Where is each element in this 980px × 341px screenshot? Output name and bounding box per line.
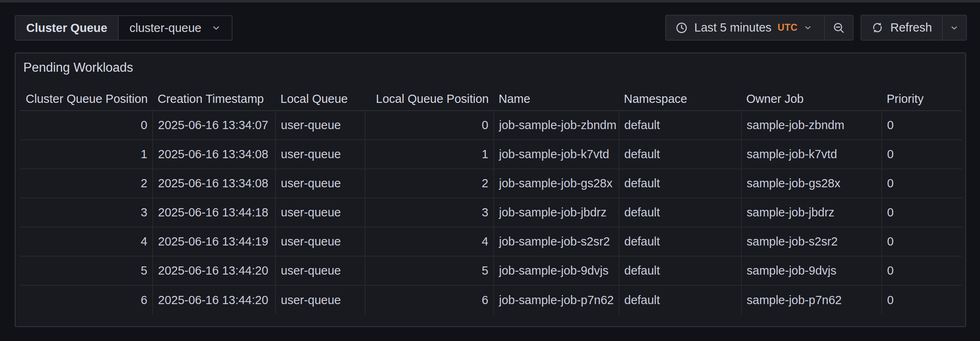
- column-header[interactable]: Creation Timestamp: [153, 88, 275, 111]
- refresh-controls-group: Refresh: [860, 15, 967, 41]
- table-cell: default: [619, 256, 741, 285]
- refresh-interval-dropdown[interactable]: [942, 16, 966, 40]
- table-cell: 2: [365, 169, 494, 198]
- table-row: 22025-06-16 13:34:08user-queue2job-sampl…: [20, 169, 962, 198]
- pending-workloads-panel: Pending Workloads Cluster Queue Position…: [15, 52, 966, 327]
- variable-label: Cluster Queue: [16, 16, 119, 40]
- time-controls-group: Last 5 minutes UTC: [665, 15, 854, 41]
- timezone-badge: UTC: [778, 22, 798, 33]
- table-cell: default: [619, 169, 741, 198]
- chevron-down-icon: [804, 23, 812, 32]
- table-cell: default: [619, 227, 741, 256]
- table-cell: 4: [20, 227, 153, 256]
- table-cell: job-sample-job-gs28x: [494, 169, 619, 198]
- time-range-label: Last 5 minutes: [694, 21, 772, 34]
- grafana-dashboard: { "toolbar": { "variable_label": "Cluste…: [0, 0, 980, 341]
- table-cell: sample-job-jbdrz: [741, 198, 882, 227]
- table-cell: 0: [882, 111, 962, 140]
- table-row: 62025-06-16 13:44:20user-queue6job-sampl…: [20, 285, 962, 314]
- table-cell: job-sample-job-jbdrz: [494, 198, 619, 227]
- table-row: 42025-06-16 13:44:19user-queue4job-sampl…: [20, 227, 962, 256]
- table-cell: default: [619, 140, 741, 169]
- table-cell: 2025-06-16 13:44:19: [153, 227, 275, 256]
- time-range-picker[interactable]: Last 5 minutes UTC: [666, 16, 824, 40]
- refresh-label: Refresh: [890, 21, 932, 34]
- column-header[interactable]: Owner Job: [741, 88, 882, 111]
- chevron-down-icon: [211, 23, 221, 33]
- table-row: 32025-06-16 13:44:18user-queue3job-sampl…: [20, 198, 962, 227]
- refresh-button[interactable]: Refresh: [861, 16, 942, 40]
- table-cell: 2: [20, 169, 153, 198]
- zoom-out-icon: [832, 21, 845, 34]
- table-cell: 5: [20, 256, 153, 285]
- table-cell: 0: [882, 285, 962, 314]
- pending-workloads-table: Cluster Queue PositionCreation Timestamp…: [20, 88, 962, 314]
- table-cell: default: [619, 198, 741, 227]
- panel-title[interactable]: Pending Workloads: [23, 60, 133, 75]
- table-cell: user-queue: [275, 256, 365, 285]
- table-cell: 0: [882, 169, 962, 198]
- table-row: 52025-06-16 13:44:20user-queue5job-sampl…: [20, 256, 962, 285]
- table-cell: 3: [365, 198, 494, 227]
- table-cell: job-sample-job-s2sr2: [494, 227, 619, 256]
- table-cell: sample-job-zbndm: [741, 111, 882, 140]
- table-cell: 6: [365, 285, 494, 314]
- table-cell: 4: [365, 227, 494, 256]
- table-cell: 0: [882, 198, 962, 227]
- column-header[interactable]: Priority: [882, 88, 962, 111]
- column-header[interactable]: Cluster Queue Position: [20, 88, 153, 111]
- table-row: 12025-06-16 13:34:08user-queue1job-sampl…: [20, 140, 962, 169]
- table-cell: sample-job-gs28x: [741, 169, 882, 198]
- table-row: 02025-06-16 13:34:07user-queue0job-sampl…: [20, 111, 962, 140]
- table-cell: sample-job-k7vtd: [741, 140, 882, 169]
- table-cell: user-queue: [275, 169, 365, 198]
- table-cell: user-queue: [275, 140, 365, 169]
- table-cell: job-sample-job-9dvjs: [494, 256, 619, 285]
- table-cell: default: [619, 111, 741, 140]
- table-cell: 2025-06-16 13:34:08: [153, 140, 275, 169]
- table-cell: user-queue: [275, 285, 365, 314]
- table-cell: 0: [365, 111, 494, 140]
- column-header[interactable]: Namespace: [619, 88, 741, 111]
- table-cell: sample-job-p7n62: [741, 285, 882, 314]
- table-cell: 2025-06-16 13:44:18: [153, 198, 275, 227]
- table-cell: user-queue: [275, 198, 365, 227]
- table-cell: job-sample-job-p7n62: [494, 285, 619, 314]
- table-cell: 2025-06-16 13:44:20: [153, 256, 275, 285]
- table-cell: job-sample-job-zbndm: [494, 111, 619, 140]
- column-header[interactable]: Local Queue Position: [365, 88, 494, 111]
- table-cell: sample-job-9dvjs: [741, 256, 882, 285]
- time-zoom-out-button[interactable]: [824, 16, 853, 40]
- chevron-down-icon: [950, 23, 959, 32]
- clock-icon: [675, 21, 688, 34]
- column-header[interactable]: Local Queue: [275, 88, 365, 111]
- variable-dropdown[interactable]: cluster-queue: [119, 16, 232, 40]
- table-cell: 1: [365, 140, 494, 169]
- table-cell: 0: [882, 140, 962, 169]
- table-cell: 1: [20, 140, 153, 169]
- table-cell: sample-job-s2sr2: [741, 227, 882, 256]
- variable-value: cluster-queue: [129, 21, 201, 35]
- column-header[interactable]: Name: [494, 88, 619, 111]
- top-divider: [0, 0, 980, 2]
- variable-selector: Cluster Queue cluster-queue: [15, 15, 233, 41]
- table-cell: user-queue: [275, 111, 365, 140]
- table-cell: 0: [20, 111, 153, 140]
- table-cell: default: [619, 285, 741, 314]
- table-cell: job-sample-job-k7vtd: [494, 140, 619, 169]
- table-cell: 2025-06-16 13:34:07: [153, 111, 275, 140]
- refresh-icon: [871, 21, 884, 34]
- table-cell: 0: [882, 256, 962, 285]
- table-header-row: Cluster Queue PositionCreation Timestamp…: [20, 88, 962, 111]
- table-cell: 6: [20, 285, 153, 314]
- table-cell: user-queue: [275, 227, 365, 256]
- table-cell: 3: [20, 198, 153, 227]
- table-cell: 0: [882, 227, 962, 256]
- table-cell: 2025-06-16 13:44:20: [153, 285, 275, 314]
- table-cell: 2025-06-16 13:34:08: [153, 169, 275, 198]
- table-cell: 5: [365, 256, 494, 285]
